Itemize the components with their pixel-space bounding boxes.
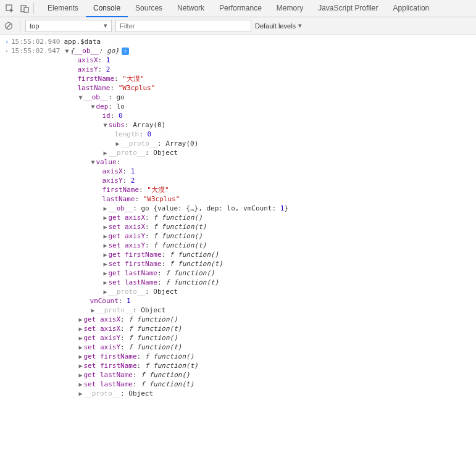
divider	[20, 20, 20, 31]
disclosure-triangle-icon[interactable]: ▶	[77, 315, 83, 324]
tree-node[interactable]: ▶__proto__: Array(0)	[114, 139, 288, 148]
console-filter-bar: top ▾ Default levels ▾	[0, 17, 476, 35]
device-icon[interactable]	[17, 1, 32, 16]
tree-node[interactable]: ▶get axisY: f function()	[102, 231, 288, 241]
svg-rect-2	[24, 7, 28, 12]
tree-node[interactable]: ▼{__ob__: go}i	[64, 46, 288, 56]
timestamp: 15:55:02.947	[11, 46, 60, 56]
disclosure-triangle-icon[interactable]: ▼	[102, 120, 108, 130]
disclosure-triangle-icon[interactable]: ▶	[102, 213, 108, 222]
tree-node[interactable]: ▶set axisX: f function(t)	[77, 324, 288, 333]
tree-node[interactable]: lastName: "W3cplus"	[77, 83, 288, 93]
tree-node[interactable]: ▶__proto__: Object	[102, 287, 288, 296]
console-output-row: ‹ 15:55:02.947 ▼{__ob__: go}i axisX: 1 a…	[0, 46, 476, 398]
tree-node[interactable]: ▶get lastName: f function()	[102, 268, 288, 278]
disclosure-triangle-icon[interactable]: ▶	[102, 148, 108, 157]
tree-node[interactable]: ▶set firstName: f function(t)	[77, 361, 288, 370]
disclosure-triangle-icon[interactable]: ▶	[114, 139, 120, 148]
divider	[33, 3, 34, 14]
console-output: › 15:55:02.940 app.$data ‹ 15:55:02.947 …	[0, 35, 476, 401]
tree-node[interactable]: ▶set axisY: f function(t)	[102, 241, 288, 250]
disclosure-triangle-icon[interactable]: ▶	[102, 241, 108, 250]
tree-node[interactable]: ▼value:	[90, 157, 288, 167]
svg-line-4	[6, 23, 11, 28]
tree-node[interactable]: ▶set firstName: f function(t)	[102, 259, 288, 268]
chevron-down-icon: ▾	[298, 22, 302, 30]
disclosure-triangle-icon[interactable]: ▼	[90, 157, 96, 167]
tree-node[interactable]: ▶get axisX: f function()	[77, 315, 288, 324]
tab-application[interactable]: Application	[386, 0, 437, 17]
disclosure-triangle-icon[interactable]: ▶	[102, 259, 108, 268]
tree-node[interactable]: firstName: "大漠"	[77, 74, 288, 83]
disclosure-triangle-icon[interactable]: ▶	[102, 222, 108, 231]
tab-network[interactable]: Network	[170, 0, 212, 17]
disclosure-triangle-icon[interactable]: ▶	[102, 278, 108, 287]
tree-node[interactable]: ▼__ob__: go	[77, 93, 288, 102]
disclosure-triangle-icon[interactable]: ▶	[77, 333, 83, 343]
disclosure-triangle-icon[interactable]: ▶	[77, 380, 83, 389]
tree-node[interactable]: ▼dep: lo	[90, 102, 288, 111]
tab-console[interactable]: Console	[86, 0, 128, 17]
timestamp: 15:55:02.940	[11, 37, 60, 46]
tree-node[interactable]: ▶get axisY: f function()	[77, 333, 288, 343]
disclosure-triangle-icon[interactable]: ▶	[77, 389, 83, 398]
tree-node[interactable]: ▶set axisY: f function(t)	[77, 343, 288, 352]
tree-node[interactable]: axisX: 1	[77, 56, 288, 65]
disclosure-triangle-icon[interactable]: ▶	[102, 204, 108, 213]
tree-node[interactable]: length: 0	[114, 130, 288, 139]
tree-node[interactable]: ▶__proto__: Object	[90, 306, 288, 315]
inspect-icon[interactable]	[2, 1, 17, 16]
tree-node[interactable]: ▶get axisX: f function()	[102, 213, 288, 222]
tree-node[interactable]: ▶set lastName: f function(t)	[102, 278, 288, 287]
levels-label: Default levels	[255, 22, 296, 30]
disclosure-triangle-icon[interactable]: ▶	[90, 306, 96, 315]
context-value: top	[30, 22, 39, 30]
tree-node[interactable]: ▶__ob__: go {value: {…}, dep: lo, vmCoun…	[102, 204, 288, 213]
disclosure-triangle-icon[interactable]: ▶	[102, 287, 108, 296]
context-selector[interactable]: top ▾	[25, 20, 112, 32]
disclosure-triangle-icon[interactable]: ▶	[102, 268, 108, 278]
object-summary: {__ob__: go}	[70, 46, 119, 56]
tree-node[interactable]: ▼subs: Array(0)	[102, 120, 288, 130]
tree-node[interactable]: ▶set lastName: f function(t)	[77, 380, 288, 389]
tab-jsprofiler[interactable]: JavaScript Profiler	[311, 0, 385, 17]
log-levels-selector[interactable]: Default levels ▾	[255, 22, 302, 30]
tree-node[interactable]: ▶__proto__: Object	[77, 389, 288, 398]
tree-node[interactable]: ▶get firstName: f function()	[102, 250, 288, 259]
tree-node[interactable]: vmCount: 1	[90, 296, 288, 306]
chevron-down-icon: ▾	[104, 22, 107, 30]
object-tree: ▼{__ob__: go}i axisX: 1 axisY: 2 firstNa…	[64, 46, 288, 398]
disclosure-triangle-icon[interactable]: ▼	[64, 46, 70, 56]
tree-node[interactable]: ▶get firstName: f function()	[77, 352, 288, 361]
disclosure-triangle-icon[interactable]: ▶	[102, 231, 108, 241]
input-chevron-icon: ›	[2, 37, 11, 46]
disclosure-triangle-icon[interactable]: ▶	[77, 352, 83, 361]
filter-input[interactable]	[115, 20, 251, 32]
info-icon[interactable]: i	[122, 48, 129, 55]
tab-memory[interactable]: Memory	[269, 0, 311, 17]
tree-node[interactable]: axisY: 2	[102, 176, 288, 185]
disclosure-triangle-icon[interactable]: ▶	[77, 370, 83, 380]
disclosure-triangle-icon[interactable]: ▼	[77, 93, 83, 102]
disclosure-triangle-icon[interactable]: ▶	[77, 361, 83, 370]
disclosure-triangle-icon[interactable]: ▶	[77, 343, 83, 352]
tree-node[interactable]: ▶__proto__: Object	[102, 148, 288, 157]
tree-node[interactable]: axisX: 1	[102, 167, 288, 176]
tree-node[interactable]: axisY: 2	[77, 65, 288, 74]
tree-node[interactable]: id: 0	[102, 111, 288, 120]
tab-sources[interactable]: Sources	[128, 0, 170, 17]
tree-node[interactable]: ▶set axisX: f function(t)	[102, 222, 288, 231]
tree-node[interactable]: ▶get lastName: f function()	[77, 370, 288, 380]
console-input-row: › 15:55:02.940 app.$data	[0, 37, 476, 46]
tab-elements[interactable]: Elements	[40, 0, 86, 17]
tree-node[interactable]: lastName: "W3cplus"	[102, 194, 288, 204]
output-chevron-icon: ‹	[2, 46, 11, 56]
clear-console-icon[interactable]	[2, 20, 15, 32]
disclosure-triangle-icon[interactable]: ▼	[90, 102, 96, 111]
disclosure-triangle-icon[interactable]: ▶	[102, 250, 108, 259]
tree-node[interactable]: firstName: "大漠"	[102, 185, 288, 194]
tab-bar: Elements Console Sources Network Perform…	[40, 0, 436, 17]
devtools-toolbar: Elements Console Sources Network Perform…	[0, 0, 476, 17]
disclosure-triangle-icon[interactable]: ▶	[77, 324, 83, 333]
tab-performance[interactable]: Performance	[212, 0, 269, 17]
